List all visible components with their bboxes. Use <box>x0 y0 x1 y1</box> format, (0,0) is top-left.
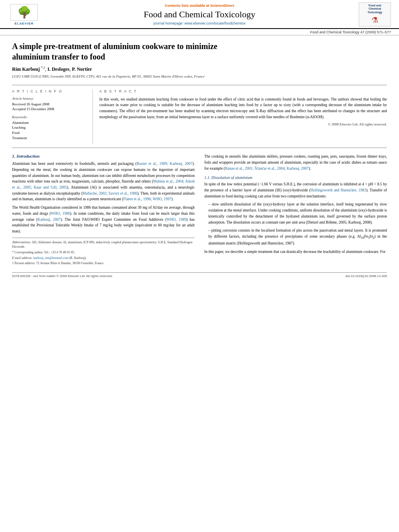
article-columns: 1. Introduction Aluminium has been used … <box>12 154 387 267</box>
fn-abbr-label: Abbreviations: <box>12 240 31 244</box>
article-info-header: A R T I C L E I N F O <box>12 89 86 93</box>
history-group: Article history: Received 26 August 2008… <box>12 97 86 112</box>
accepted-date: Accepted 15 December 2008 <box>12 107 86 112</box>
page: 🌳 ELSEVIER Contents lists available at S… <box>0 0 399 532</box>
info-abstract-row: A R T I C L E I N F O Article history: R… <box>12 85 387 148</box>
ref-hollings1983[interactable]: Hollingsworth and Hunsicker, 1983 <box>311 188 366 192</box>
homepage-url[interactable]: www.elsevier.com/locate/foodchemtox <box>184 21 245 25</box>
intro-title: 1. Introduction <box>12 154 195 158</box>
intro-p2: The World Health Organisation considered… <box>12 205 195 234</box>
right-p1: The cooking in utensils like aluminium s… <box>204 154 387 171</box>
ref-flaten[interactable]: Flaten et al., 1996; WHO, 1997 <box>123 197 171 201</box>
elsevier-logo: 🌳 ELSEVIER <box>8 4 40 26</box>
ref-ranau[interactable]: Ranau et al., 2001; Ščančar et al., 2004… <box>225 166 309 170</box>
elsevier-logo-box: 🌳 <box>10 4 38 21</box>
fn-email-value[interactable]: karbouj_rim@hotmail.com <box>33 256 68 260</box>
ref-karbouj2007[interactable]: Karbouj, 2007 <box>37 218 61 222</box>
keywords-group: Keywords: Aluminium Leaching Food Treatm… <box>12 115 86 140</box>
flask-icon: ⚗ <box>371 15 378 25</box>
intro-p1: Aluminium has been used extensively in f… <box>12 161 195 202</box>
journal-homepage: journal homepage: www.elsevier.com/locat… <box>44 21 355 25</box>
history-label: Article history: <box>12 97 86 101</box>
article-abstract: A B S T R A C T In this work, we studied… <box>93 89 387 144</box>
col-left: 1. Introduction Aluminium has been used … <box>12 154 195 267</box>
journal-logo-right: Food andChemicalToxicology ⚗ <box>359 2 391 27</box>
ref-who1989[interactable]: WHO, 1989 <box>167 218 186 222</box>
word-cally: cally <box>295 250 302 254</box>
ref-who1986[interactable]: WHO, 1986 <box>51 212 70 216</box>
sciencedirect-link: Contents lists available at ScienceDirec… <box>44 4 355 8</box>
keyword-4: Treatment <box>12 136 86 141</box>
footnotes-area: Abbreviations: AD, Alzheimer disease; Al… <box>12 238 195 266</box>
col-right: The cooking in utensils like aluminium s… <box>204 154 387 267</box>
received-date: Received 26 August 2008 <box>12 102 86 107</box>
doi-line: doi:10.1016/j.fct.2008.12.028 <box>346 274 387 278</box>
fn-email: E-mail address: karbouj_rim@hotmail.com … <box>12 256 195 261</box>
elsevier-tree-icon: 🌳 <box>17 7 31 18</box>
ref-dietzel[interactable]: Dietzel and Böhme, 2005; Karbouj, 2008 <box>307 220 370 224</box>
fn-email-label: E-mail address: <box>12 256 33 260</box>
issn-line: 0278-6915/$ - see front matter © 2008 El… <box>12 274 113 278</box>
journal-center: Contents lists available at ScienceDirec… <box>40 4 359 25</box>
journal-ref-line: Food and Chemical Toxicology 47 (2009) 5… <box>0 29 399 35</box>
contents-prefix: Contents lists available at <box>165 4 210 8</box>
bullet-2: pitting corrosion consists in the locali… <box>204 228 387 246</box>
keywords-label: Keywords: <box>12 115 86 119</box>
abstract-text: In this work, we studied aluminium leach… <box>99 97 387 120</box>
col2-closing: In this paper, we describe a simple trea… <box>204 249 387 255</box>
article-body: A simple pre-treatment of aluminium cook… <box>0 35 399 284</box>
fn-abbreviations: Abbreviations: AD, Alzheimer disease; Al… <box>12 240 195 249</box>
author-name-2: I. Desloges <box>47 66 70 72</box>
ref-hollings1987[interactable]: Hollingsworth and Hunsicker, 1987 <box>238 241 293 245</box>
sciencedirect-label[interactable]: ScienceDirect <box>210 4 234 8</box>
subsection1-title: 1.1. Dissolution of aluminium <box>204 175 387 180</box>
bottom-bar: 0278-6915/$ - see front matter © 2008 El… <box>12 272 387 278</box>
keyword-1: Aluminium <box>12 120 86 125</box>
article-affiliation: LGP2 UMR 5518 (CNRS, Grenoble INP, AGEFP… <box>12 74 387 79</box>
journal-title: Food and Chemical Toxicology <box>44 9 355 20</box>
article-title: A simple pre-treatment of aluminium cook… <box>12 41 387 62</box>
copyright-line: © 2008 Elsevier Ltd. All rights reserved… <box>99 122 387 126</box>
journal-header: 🌳 ELSEVIER Contents lists available at S… <box>0 0 399 29</box>
ref-mahieu[interactable]: Mahieu et al., 2004; Aikoh et al., 2005;… <box>12 179 195 189</box>
keyword-2: Leaching <box>12 125 86 130</box>
elsevier-text: ELSEVIER <box>14 22 34 25</box>
article-info: A R T I C L E I N F O Article history: R… <box>12 89 93 144</box>
ref-baxter[interactable]: Baxter et al., 1989; Karbouj, 2007 <box>137 162 193 166</box>
fn-corresponding: * Corresponding author. Tel.: +33 4 76 4… <box>12 250 195 255</box>
author-name-1: Rim Karbouj <box>12 66 40 72</box>
homepage-prefix: journal homepage: <box>153 21 184 25</box>
article-authors: Rim Karbouj *,1, I. Desloges, P. Nortier <box>12 66 387 72</box>
fn-present-address: 1 Present address: 72 Avenue Rhin et Dan… <box>12 261 195 266</box>
journal-logo-title: Food andChemicalToxicology <box>368 4 382 14</box>
keyword-3: Food <box>12 130 86 136</box>
bullet-1: slow uniform dissolution of the (oxy)-hy… <box>204 201 387 225</box>
author-name-3: P. Nortier <box>72 66 92 72</box>
ref-malluche[interactable]: Malluche, 2002; Savory et al., 1986 <box>82 191 137 195</box>
author-sup-1: *,1 <box>41 66 45 70</box>
subsection1-p1: In spite of the low redox potential (−1.… <box>204 181 387 199</box>
abstract-header: A B S T R A C T <box>99 89 387 93</box>
